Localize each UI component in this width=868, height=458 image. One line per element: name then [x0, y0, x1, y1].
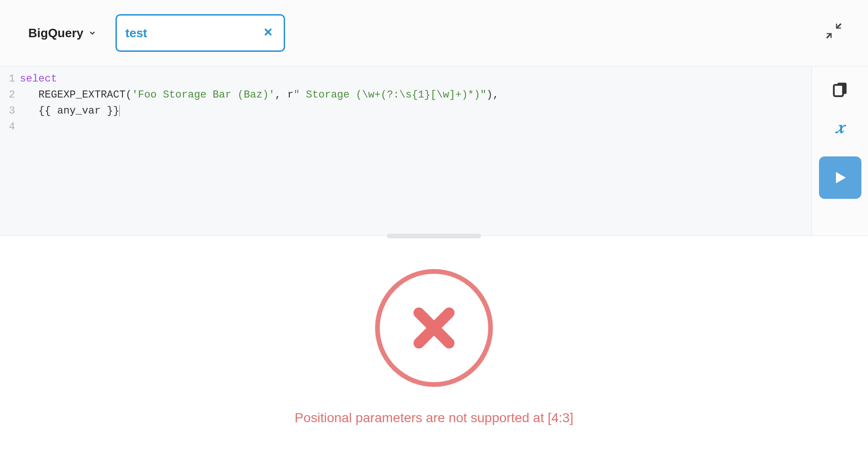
- tag-label: test: [125, 26, 261, 41]
- code-string: 'Foo Storage Bar (Baz)': [132, 89, 275, 101]
- editor-toolbar: 𝑥: [811, 66, 868, 236]
- result-panel: Positional parameters are not supported …: [0, 236, 868, 425]
- database-selector[interactable]: BigQuery: [28, 26, 97, 41]
- error-icon: [375, 269, 493, 387]
- query-tag-chip[interactable]: test: [115, 14, 285, 52]
- code-text: ,: [275, 89, 287, 101]
- line-number: 4: [0, 119, 15, 135]
- svg-marker-4: [836, 172, 846, 183]
- editor-panel: 1 2 3 4 select REGEXP_EXTRACT('Foo Stora…: [0, 66, 868, 236]
- line-number: 1: [0, 71, 15, 87]
- error-message: Positional parameters are not supported …: [295, 410, 573, 425]
- code-text: ),: [486, 89, 499, 101]
- code-text: [20, 89, 39, 101]
- code-function: REGEXP_EXTRACT: [39, 89, 126, 101]
- database-label: BigQuery: [28, 26, 83, 41]
- variable-icon[interactable]: 𝑥: [836, 116, 844, 138]
- code-text: {{ any_var }}: [39, 105, 120, 117]
- svg-rect-3: [834, 85, 843, 96]
- line-gutter: 1 2 3 4: [0, 71, 20, 236]
- chevron-down-icon: [88, 29, 97, 37]
- line-number: 3: [0, 103, 15, 119]
- code-content[interactable]: select REGEXP_EXTRACT('Foo Storage Bar (…: [20, 71, 499, 236]
- copy-icon[interactable]: [832, 81, 849, 98]
- code-string: " Storage (\w+(?:\s{1}[\w]+)*)": [294, 89, 486, 101]
- line-number: 2: [0, 87, 15, 103]
- cursor: [119, 105, 120, 116]
- close-icon[interactable]: [261, 25, 275, 41]
- code-text: r: [287, 89, 294, 101]
- resize-handle[interactable]: [387, 234, 481, 238]
- collapse-icon[interactable]: [826, 23, 844, 43]
- code-keyword: select: [20, 73, 57, 85]
- code-editor[interactable]: 1 2 3 4 select REGEXP_EXTRACT('Foo Stora…: [0, 66, 811, 236]
- run-button[interactable]: [819, 156, 861, 199]
- code-text: (: [125, 89, 131, 101]
- top-bar: BigQuery test: [0, 0, 868, 66]
- code-text: [20, 105, 39, 117]
